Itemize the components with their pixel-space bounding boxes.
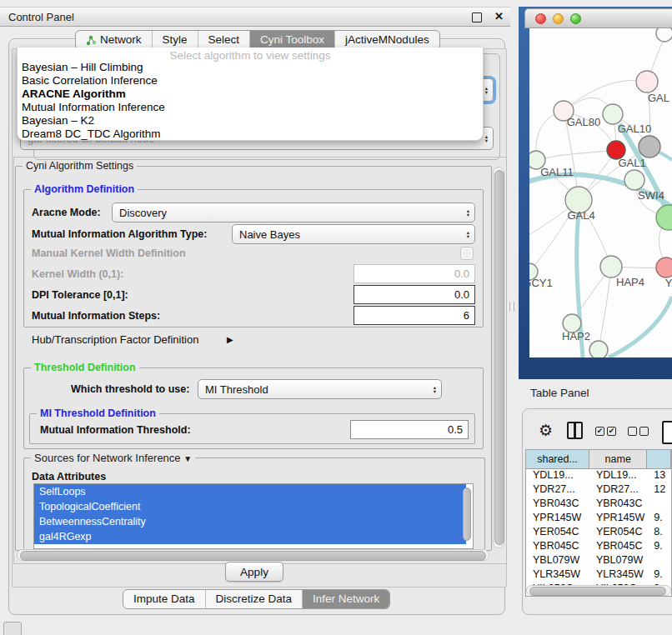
algorithm-option[interactable]: Bayesian – Hill Climbing [18,61,483,74]
cyni-bottom-tabs: Impute Data Discretize Data Infer Networ… [123,589,390,609]
kernel-width-field[interactable]: 0.0 [354,264,475,283]
combo-arrows-icon: ▴▾ [467,208,474,217]
dropdown-items: Bayesian – Hill ClimbingBasic Correlatio… [18,61,483,141]
manual-kernel-checkbox[interactable] [460,247,474,260]
table-row[interactable]: YDR27...YDR27...12 [526,482,671,497]
node-label: GCY1 [529,277,553,289]
tab-cyni-toolbox[interactable]: Cyni Toolbox [249,31,334,49]
node-table: shared...name YDL19...YDL19...13YDR27...… [525,449,672,597]
network-canvas[interactable]: GALGAL80GAL10GAL1GAL11SWI4GAL4GCY1HAP4YH… [529,28,672,358]
checked-box-icon-1[interactable]: ✔ [595,427,604,436]
algorithm-dropdown: Select algorithm to view settings Bayesi… [17,48,484,141]
combo-arrows-icon: ▴▾ [434,385,441,393]
float-window-icon[interactable] [472,12,482,22]
mi-type-label: Mutual Information Algorithm Type: [32,228,207,240]
page-icon[interactable] [662,421,672,444]
node-label: GAL11 [540,166,574,178]
network-node[interactable] [603,104,623,124]
hub-definition-label[interactable]: Hub/Transcription Factor Definition [32,333,198,346]
settings-hscrollbar[interactable] [17,549,489,561]
table-row[interactable]: YBL079WYBL079W [526,553,671,568]
tab-network[interactable]: Network [76,31,152,49]
checked-box-icon-2[interactable]: ✔ [607,427,616,436]
close-window-button[interactable] [535,13,546,24]
list-scrollbar[interactable] [463,488,471,541]
combo-arrows-icon: ▴▾ [467,230,474,238]
tab-discretize-data[interactable]: Discretize Data [205,590,303,608]
data-attribute-item[interactable]: gal4RGexp [34,529,466,544]
dpi-tolerance-field[interactable]: 0.0 [354,285,475,304]
gear-icon[interactable]: ⚙ [539,421,553,440]
node-label: GAL [648,92,669,104]
network-view[interactable]: GALGAL80GAL10GAL1GAL11SWI4GAL4GCY1HAP4YH… [529,28,672,358]
network-node[interactable] [624,170,644,190]
settings-vscrollbar[interactable] [493,167,504,548]
combo-arrows-icon: ▴▾ [485,134,493,142]
unchecked-box-icon-2[interactable] [639,427,649,436]
node-label: SWI4 [638,189,664,202]
tab-style[interactable]: Style [152,31,198,49]
mi-type-combo[interactable]: Naive Bayes ▴▾ [232,224,475,244]
tab-select[interactable]: Select [198,31,250,49]
table-row[interactable]: YER054CYER054C8. [526,525,671,539]
columns-icon[interactable] [567,422,583,439]
network-window-titlebar[interactable] [524,8,672,28]
data-attribute-item[interactable]: BetweennessCentrality [34,514,466,529]
data-attributes-list[interactable]: SelfLoopsTopologicalCoefficientBetweenne… [33,483,474,549]
node-label: Y [665,277,672,289]
collapse-arrow-icon[interactable]: ▼ [183,454,192,463]
tab-infer-network[interactable]: Infer Network [302,590,389,608]
close-icon[interactable]: ✕ [494,10,504,22]
tab-jactivemnodules[interactable]: jActiveMNodules [334,31,439,49]
algorithm-option[interactable]: Mutual Information Inference [18,101,483,114]
table-rows[interactable]: YDL19...YDL19...13YDR27...YDR27...12YBR0… [526,468,671,586]
network-node[interactable] [589,341,608,358]
which-threshold-combo[interactable]: MI Threshold ▴▾ [198,379,442,399]
algorithm-option[interactable]: Basic Correlation Inference [18,74,483,88]
unchecked-box-icon-1[interactable] [628,427,637,436]
which-threshold-label: Which threshold to use: [71,383,189,395]
corner-widget-icon[interactable] [3,622,22,635]
table-row[interactable]: YDL19...YDL19...13 [526,468,671,482]
network-node[interactable] [639,136,660,158]
mi-threshold-field[interactable]: 0.5 [350,420,469,439]
column-header[interactable] [647,450,671,468]
minimize-window-button[interactable] [553,13,564,24]
table-row[interactable]: YBR043CYBR043C [526,497,671,511]
data-attribute-item[interactable]: TopologicalCoefficient [34,499,466,514]
network-node[interactable] [636,71,658,92]
dropdown-prompt: Select algorithm to view settings [18,48,483,61]
node-label: GAL80 [567,116,600,128]
combo-arrows-icon: ▴▾ [485,86,493,94]
table-panel-title: Table Panel [530,387,589,399]
apply-button[interactable]: Apply [225,562,283,582]
mi-steps-label: Mutual Information Steps: [32,310,160,322]
algorithm-option[interactable]: ARACNE Algorithm [18,88,483,101]
table-row[interactable]: YLR345WYLR345W9. [526,568,671,582]
column-header[interactable]: name [589,450,647,468]
network-node[interactable] [656,28,672,42]
network-node[interactable] [600,256,622,278]
node-label: GAL4 [567,209,594,222]
mi-steps-field[interactable]: 6 [354,306,475,325]
node-label: GAL10 [618,122,651,135]
data-attribute-item[interactable]: SelfLoops [34,484,466,499]
kernel-width-label: Kernel Width (0,1): [32,268,123,280]
network-node[interactable] [656,258,672,278]
aracne-mode-combo[interactable]: Discovery ▴▾ [112,202,475,222]
control-panel-titlebar: Control Panel ✕ [0,7,510,27]
column-header[interactable]: shared... [526,450,589,468]
tab-impute-data[interactable]: Impute Data [123,590,205,608]
table-hscrollbar[interactable] [526,585,671,596]
panel-divider-grip[interactable] [509,302,514,312]
zoom-window-button[interactable] [570,13,581,24]
aracne-mode-label: Aracne Mode: [32,207,101,218]
table-header[interactable]: shared...name [526,450,671,469]
algorithm-option[interactable]: Bayesian – K2 [18,114,483,128]
algorithm-option[interactable]: Dream8 DC_TDC Algorithm [18,128,483,141]
expand-arrow-icon[interactable]: ▶ [227,335,233,344]
network-node[interactable] [656,205,672,230]
table-row[interactable]: YPR145WYPR145W9. [526,511,671,525]
data-attributes-label: Data Attributes [32,471,106,482]
table-row[interactable]: YBR045CYBR045C9. [526,539,671,553]
